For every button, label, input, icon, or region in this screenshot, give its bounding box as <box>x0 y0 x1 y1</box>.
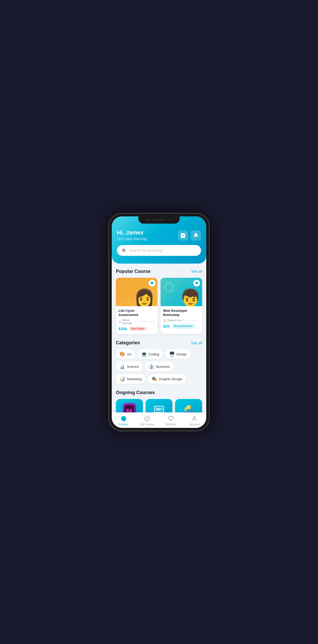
cart-icon <box>180 233 186 238</box>
business-icon: 👔 <box>149 364 154 369</box>
course-card-2[interactable]: 👦 Web Developer Bootcamp Robert Fox <box>161 278 202 334</box>
svg-marker-17 <box>147 418 148 419</box>
svg-point-12 <box>187 406 188 407</box>
bell-icon <box>193 233 199 238</box>
business-label: Business <box>156 365 170 369</box>
course-author-1: Merry Russell ★ ★ ★ ★ ★ <box>118 319 155 325</box>
category-marketing[interactable]: 📊 Marketing <box>116 374 145 384</box>
course-heart-2[interactable] <box>193 280 200 287</box>
ongoing-header: Ongoing Courses <box>116 390 202 395</box>
greeting-text: Hi, James <box>117 229 147 236</box>
author-icon-2 <box>163 319 166 322</box>
category-coding[interactable]: 💻 Coding <box>138 349 163 359</box>
search-placeholder: Search for anything <box>129 248 162 252</box>
marketing-label: Marketing <box>127 377 142 381</box>
account-icon <box>191 415 197 422</box>
categories-section: Categories See all 🎨 Art 💻 Coding 🖥️ Des… <box>116 340 202 384</box>
notification-button[interactable] <box>191 230 201 241</box>
stars-1: ★ ★ ★ ★ ★ <box>140 320 155 323</box>
ongoing-computer[interactable]: ComputerElectronics <box>146 399 173 412</box>
header-greeting: Hi, James Let's start learning! <box>117 229 147 241</box>
nav-mycourse[interactable]: My Course <box>136 415 159 426</box>
art-label: Art <box>127 352 131 356</box>
badge-recommended: Recommended <box>172 324 195 329</box>
wishlist-label: Wishlist <box>166 423 176 426</box>
course-name-2: Web Developer Bootcamp <box>163 309 200 317</box>
bottom-nav: Explore My Course Wishlist <box>112 412 206 428</box>
course-price-2: $20 <box>163 324 170 328</box>
ongoing-title: Ongoing Courses <box>116 390 155 395</box>
categories-see-all[interactable]: See all <box>191 341 202 345</box>
course-author-2: Robert Fox ★ ★ ★ ★ ★ <box>163 319 200 322</box>
svg-text:Xd: Xd <box>126 408 132 412</box>
notch-camera <box>147 219 150 221</box>
category-business[interactable]: 👔 Business <box>145 362 173 371</box>
search-icon <box>122 248 126 253</box>
category-science[interactable]: 🔬 Science <box>116 362 142 371</box>
course-img-1: 👩 <box>116 278 157 306</box>
category-design[interactable]: 🖥️ Design <box>165 349 190 359</box>
popular-see-all[interactable]: See all <box>191 269 202 273</box>
coding-label: Coding <box>149 352 159 356</box>
phone-frame: Hi, James Let's start learning! <box>109 213 209 431</box>
mycourse-icon <box>144 415 150 422</box>
design-label: Design <box>177 352 187 356</box>
categories-title: Categories <box>116 340 140 346</box>
svg-point-0 <box>122 249 125 252</box>
course-price-1: $250 <box>118 327 127 331</box>
author-icon-1 <box>118 320 121 323</box>
author-name-2: Robert Fox <box>167 319 181 322</box>
cart-button[interactable] <box>178 230 188 241</box>
popular-course-title: Popular Course <box>116 269 150 274</box>
greeting-subtitle: Let's start learning! <box>117 237 147 241</box>
header-icons <box>178 230 201 241</box>
heart-icon-1 <box>150 281 154 285</box>
notch-speaker <box>153 219 166 221</box>
badge-bestseller: Best Seller <box>129 327 147 331</box>
course-img-2: 👦 <box>161 278 202 306</box>
marketing-icon: 📊 <box>120 376 125 382</box>
categories-header: Categories See all <box>116 340 202 346</box>
course-price-row-1: $250 Best Seller <box>118 327 155 331</box>
science-icon: 🔬 <box>120 364 125 369</box>
course-price-row-2: $20 Recommended <box>163 324 200 329</box>
ongoing-adobe-xd[interactable]: Xd Adobe XDPrototyping <box>116 399 143 412</box>
nav-explore[interactable]: Explore <box>112 415 136 426</box>
author-name-1: Merry Russell <box>122 319 139 325</box>
science-label: Science <box>127 365 139 369</box>
svg-rect-6 <box>155 407 163 411</box>
course-card-1[interactable]: 👩 Life Cycle Assessment Merry Russell <box>116 278 157 334</box>
explore-label: Explore <box>119 423 128 426</box>
ongoing-section: Ongoing Courses Xd Adobe XDPrototyping <box>116 390 202 412</box>
graphic-design-label: Graphic Design <box>159 377 182 381</box>
ongoing-python[interactable]: PythonLanguage <box>175 399 202 412</box>
phone-screen: Hi, James Let's start learning! <box>112 216 206 428</box>
stars-2: ★ ★ ★ ★ ★ <box>182 319 197 322</box>
svg-point-18 <box>194 416 195 418</box>
category-art[interactable]: 🎨 Art <box>116 349 135 359</box>
course-info-2: Web Developer Bootcamp Robert Fox ★ ★ ★ … <box>161 306 202 332</box>
coding-icon: 💻 <box>141 351 147 357</box>
graphic-design-icon: 🎭 <box>152 376 157 382</box>
design-icon: 🖥️ <box>169 351 175 357</box>
search-bar[interactable]: Search for anything <box>117 245 201 256</box>
nav-account[interactable]: Acconut <box>183 415 206 426</box>
wishlist-icon <box>168 415 174 422</box>
categories-grid: 🎨 Art 💻 Coding 🖥️ Design 🔬 Science <box>116 349 202 384</box>
svg-point-1 <box>120 302 133 306</box>
nav-wishlist[interactable]: Wishlist <box>159 415 183 426</box>
heart-icon-2 <box>195 281 198 285</box>
computer-icon <box>152 403 166 412</box>
course-heart-1[interactable] <box>149 280 155 287</box>
adobe-xd-icon: Xd <box>123 403 136 412</box>
courses-row: 👩 Life Cycle Assessment Merry Russell <box>116 278 202 334</box>
notch <box>138 216 180 224</box>
category-graphic-design[interactable]: 🎭 Graphic Design <box>148 374 186 384</box>
course-name-1: Life Cycle Assessment <box>118 309 155 317</box>
art-icon: 🎨 <box>120 351 125 357</box>
popular-course-header: Popular Course See all <box>116 269 202 274</box>
main-content: Popular Course See all <box>112 264 206 412</box>
explore-icon <box>121 415 127 422</box>
header-top: Hi, James Let's start learning! <box>117 229 201 241</box>
notch-dot <box>169 219 171 221</box>
